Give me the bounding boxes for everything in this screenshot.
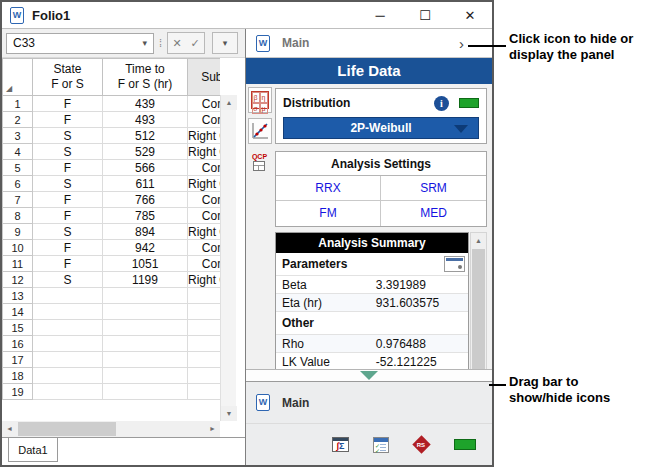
row-number[interactable]: 16 (3, 336, 33, 352)
cell-state[interactable] (33, 336, 103, 352)
cell-subset[interactable] (188, 352, 221, 368)
row-number[interactable]: 3 (3, 128, 33, 144)
cell-time[interactable]: 439 (103, 96, 188, 112)
cell-time[interactable]: 493 (103, 112, 188, 128)
cell-subset[interactable]: Right Censored (188, 128, 221, 144)
formula-options-dropdown[interactable]: ▾ (212, 32, 238, 54)
data-grid[interactable]: ◢ State F or S Time to F or S (hr) (2, 58, 220, 421)
cell-state[interactable]: F (33, 192, 103, 208)
cell-reference-box[interactable]: C33 ▾ (6, 33, 154, 54)
scroll-left-icon[interactable]: ◄ (2, 421, 17, 437)
cell-time[interactable]: 512 (103, 128, 188, 144)
cell-subset[interactable]: Complete (188, 256, 221, 272)
row-number[interactable]: 17 (3, 352, 33, 368)
cell-time[interactable]: 529 (103, 144, 188, 160)
cell-time[interactable] (103, 352, 188, 368)
cell-subset[interactable] (188, 368, 221, 384)
cell-state[interactable]: S (33, 144, 103, 160)
grid-vertical-scrollbar[interactable]: ▲ ▼ (220, 95, 236, 421)
cell-time[interactable] (103, 320, 188, 336)
analysis-settings-summary-icon[interactable]: ✓✓ (373, 437, 389, 453)
cell-state[interactable]: F (33, 112, 103, 128)
cell-time[interactable]: 1051 (103, 256, 188, 272)
confirm-entry-button[interactable]: ✓ (186, 37, 204, 50)
summary-scroll-thumb[interactable] (472, 249, 485, 369)
info-icon[interactable]: i (434, 96, 449, 111)
row-number[interactable]: 15 (3, 320, 33, 336)
cell-state[interactable] (33, 320, 103, 336)
cell-subset[interactable]: Complete (188, 160, 221, 176)
scroll-right-icon[interactable]: ► (205, 421, 220, 437)
row-number[interactable]: 4 (3, 144, 33, 160)
cell-state[interactable]: S (33, 272, 103, 288)
row-number[interactable]: 19 (3, 384, 33, 400)
hscroll-thumb[interactable] (18, 422, 116, 436)
maximize-button[interactable]: ☐ (417, 9, 433, 22)
row-number[interactable]: 14 (3, 304, 33, 320)
col-header-time[interactable]: Time to F or S (hr) (103, 59, 188, 96)
row-number[interactable]: 9 (3, 224, 33, 240)
row-number[interactable]: 7 (3, 192, 33, 208)
select-all-corner[interactable]: ◢ (3, 59, 33, 96)
cell-time[interactable]: 566 (103, 160, 188, 176)
cell-state[interactable]: F (33, 96, 103, 112)
cell-time[interactable] (103, 336, 188, 352)
sheet-tab-data1[interactable]: Data1 (8, 438, 58, 462)
row-number[interactable]: 10 (3, 240, 33, 256)
qcp-icon[interactable]: QCP (248, 149, 272, 175)
cell-subset[interactable]: Complete (188, 192, 221, 208)
row-number[interactable]: 5 (3, 160, 33, 176)
cell-subset[interactable]: Right Censored (188, 272, 221, 288)
probability-plot-icon[interactable] (248, 118, 272, 144)
cell-time[interactable] (103, 288, 188, 304)
cell-subset[interactable]: Complete (188, 96, 221, 112)
minimize-button[interactable]: ─ (372, 9, 388, 22)
cell-subset[interactable] (188, 304, 221, 320)
cell-reference-dropdown-icon[interactable]: ▾ (142, 38, 147, 48)
cell-state[interactable]: S (33, 128, 103, 144)
cell-state[interactable] (33, 304, 103, 320)
summary-scroll-up-icon[interactable]: ▲ (471, 233, 486, 248)
cell-state[interactable]: F (33, 240, 103, 256)
col-header-subset[interactable]: Subset ID (188, 59, 221, 96)
cell-state[interactable] (33, 352, 103, 368)
row-number[interactable]: 8 (3, 208, 33, 224)
close-button[interactable]: ✕ (462, 9, 478, 22)
function-wizard-icon[interactable]: ∫Σ (332, 437, 349, 452)
cell-time[interactable]: 611 (103, 176, 188, 192)
cell-state[interactable]: S (33, 176, 103, 192)
cell-subset[interactable]: Right Censored (188, 224, 221, 240)
cell-subset[interactable] (188, 384, 221, 400)
analysis-setting-rrx[interactable]: RRX (276, 176, 381, 201)
row-number[interactable]: 1 (3, 96, 33, 112)
cell-state[interactable] (33, 288, 103, 304)
cell-time[interactable]: 894 (103, 224, 188, 240)
footer-main-item[interactable]: W Main (246, 382, 492, 424)
hscroll-track[interactable]: ◄ ► (2, 421, 220, 437)
distribution-dropdown[interactable]: 2P-Weibull (283, 117, 479, 139)
distribution-parameters-icon[interactable]: β η σ μ (248, 87, 272, 113)
analysis-setting-fm[interactable]: FM (276, 201, 381, 226)
row-number[interactable]: 11 (3, 256, 33, 272)
summary-scrollbar[interactable]: ▲ (470, 232, 487, 369)
cell-subset[interactable]: Complete (188, 112, 221, 128)
cancel-entry-button[interactable]: ✕ (168, 37, 186, 50)
cell-time[interactable]: 1199 (103, 272, 188, 288)
cell-time[interactable] (103, 304, 188, 320)
cell-subset[interactable]: Complete (188, 208, 221, 224)
cell-state[interactable] (33, 368, 103, 384)
cell-time[interactable]: 766 (103, 192, 188, 208)
cell-subset[interactable]: Right Censored (188, 176, 221, 192)
row-number[interactable]: 2 (3, 112, 33, 128)
cell-state[interactable]: F (33, 160, 103, 176)
cell-subset[interactable]: Complete (188, 240, 221, 256)
cell-subset[interactable] (188, 320, 221, 336)
analysis-setting-med[interactable]: MED (381, 201, 486, 226)
panel-drag-bar[interactable] (246, 369, 492, 382)
cell-subset[interactable] (188, 336, 221, 352)
cell-state[interactable]: F (33, 208, 103, 224)
cell-time[interactable] (103, 368, 188, 384)
row-number[interactable]: 6 (3, 176, 33, 192)
cell-subset[interactable]: Right Censored (188, 144, 221, 160)
analysis-setting-srm[interactable]: SRM (381, 176, 486, 201)
